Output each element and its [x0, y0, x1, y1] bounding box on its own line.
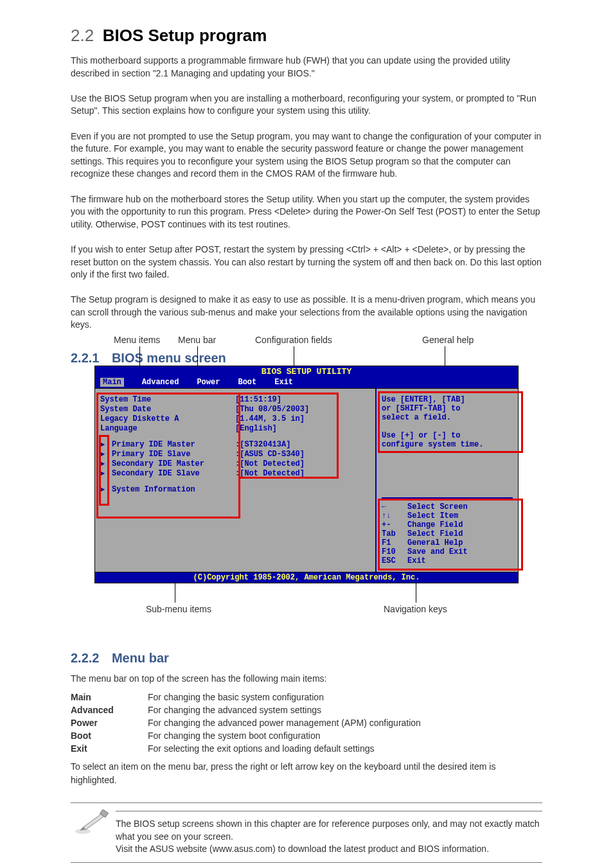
menu-bar-items-list: MainFor changing the basic system config…	[71, 692, 542, 754]
bios-main-panel: System Time [11:51:19] System Date [Thu …	[95, 389, 377, 572]
tab-advanced[interactable]: Advanced	[142, 378, 179, 387]
sub-number: 2.2.1	[71, 351, 109, 366]
bios-title: BIOS SETUP UTILITY	[95, 366, 518, 376]
list-item: PowerFor changing the advanced power man…	[71, 718, 542, 728]
sub2-number: 2.2.2	[71, 651, 109, 666]
list-item: ExitFor selecting the exit options and l…	[71, 743, 542, 754]
section-heading: 2.2 BIOS Setup program	[71, 26, 542, 46]
callout-box-menu-items	[96, 393, 240, 518]
bios-window: BIOS SETUP UTILITY Main Advanced Power B…	[94, 366, 519, 583]
tab-main[interactable]: Main	[100, 378, 124, 387]
bios-help-panel: Use [ENTER], [TAB] or [SHIFT-TAB] to sel…	[377, 389, 518, 572]
callout-nav-keys: Navigation keys	[384, 604, 447, 614]
intro-text: This motherboard supports a programmable…	[71, 55, 542, 332]
sub2-title: Menu bar	[112, 651, 169, 665]
callout-menu-items: Menu items	[114, 335, 160, 345]
sub2-tail: To select an item on the menu bar, press…	[71, 760, 542, 787]
callout-box-submenu	[99, 435, 109, 506]
section-number: 2.2	[71, 26, 94, 45]
bios-menu-bar[interactable]: Main Advanced Power Boot Exit	[95, 376, 518, 388]
section-title: BIOS Setup program	[103, 26, 267, 45]
subsection-2-2-2: 2.2.2 Menu bar	[71, 651, 542, 666]
callout-box-nav-keys	[378, 499, 523, 571]
bios-footer: (C)Copyright 1985-2002, American Megatre…	[95, 572, 518, 583]
callout-general-help: General help	[422, 335, 474, 345]
tab-exit[interactable]: Exit	[274, 378, 293, 387]
tab-power[interactable]: Power	[197, 378, 220, 387]
list-item: BootFor changing the system boot configu…	[71, 731, 542, 741]
note-box: The BIOS setup screens shown in this cha…	[71, 802, 542, 863]
callout-config-fields: Configuration fields	[255, 335, 332, 345]
callout-sub-menu: Sub-menu items	[146, 604, 211, 614]
bios-figure: Menu items Menu bar Configuration fields…	[94, 366, 519, 583]
callout-box-config-fields	[238, 393, 339, 479]
list-item: MainFor changing the basic system config…	[71, 692, 542, 702]
sub2-intro: The menu bar on top of the screen has th…	[71, 672, 542, 686]
tab-boot[interactable]: Boot	[238, 378, 256, 387]
subsection-2-2-1: 2.2.1 BIOS menu screen	[71, 351, 542, 366]
sub-title: BIOS menu screen	[112, 351, 226, 365]
pen-icon	[71, 810, 116, 835]
callout-menu-bar: Menu bar	[178, 335, 216, 345]
list-item: AdvancedFor changing the advanced system…	[71, 705, 542, 715]
note-text: The BIOS setup screens shown in this cha…	[116, 810, 542, 856]
callout-box-general-help	[378, 391, 523, 453]
